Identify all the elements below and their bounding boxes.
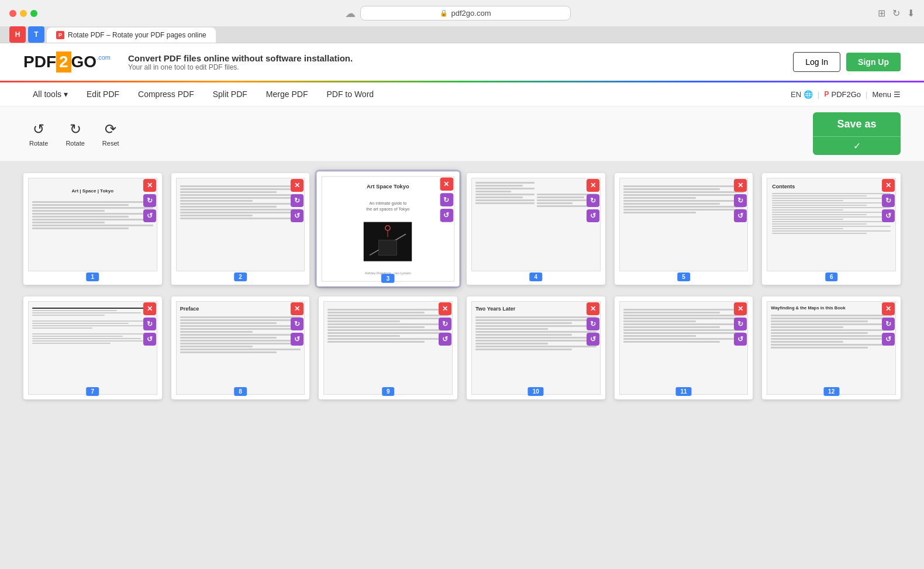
pdf-page-10: ✕ ↻ ↺ Two Years Later — [467, 296, 605, 399]
page-4-delete[interactable]: ✕ — [587, 179, 599, 192]
page-3-rotate-cw[interactable]: ↻ — [440, 193, 454, 206]
page-10-rotate-ccw[interactable]: ↺ — [587, 333, 599, 346]
page-9-number: 9 — [382, 387, 395, 396]
page-11-rotate-cw[interactable]: ↻ — [734, 318, 747, 330]
cloud-icon: ☁ — [345, 7, 356, 20]
page-12-delete[interactable]: ✕ — [882, 302, 895, 315]
pinned-tab-h[interactable]: H — [9, 26, 26, 43]
pinned-tab-t[interactable]: T — [28, 26, 44, 43]
page-12-rotate-ccw[interactable]: ↺ — [882, 333, 895, 346]
page-1-number: 1 — [87, 273, 99, 281]
page-9-delete[interactable]: ✕ — [439, 302, 451, 315]
page-7-controls: ✕ ↻ ↺ — [143, 302, 156, 346]
language-selector[interactable]: EN 🌐 — [791, 90, 813, 99]
page-4-thumbnail — [471, 178, 601, 271]
page-1-delete[interactable]: ✕ — [143, 179, 156, 192]
minimize-button[interactable] — [20, 10, 27, 17]
tagline-sub: Your all in one tool to edit PDF files. — [128, 63, 793, 71]
pdf2go-nav-brand[interactable]: P PDF2Go — [824, 90, 861, 99]
page-5-rotate-ccw[interactable]: ↺ — [734, 209, 747, 222]
page-7-rotate-cw[interactable]: ↻ — [143, 318, 156, 330]
page-8-rotate-cw[interactable]: ↻ — [291, 318, 304, 330]
page-5-delete[interactable]: ✕ — [734, 179, 747, 192]
tagline-main: Convert PDF files online without softwar… — [128, 53, 793, 63]
pdf-page-1: ✕ ↻ ↺ Art | Space | Tokyo — [23, 173, 162, 285]
close-button[interactable] — [9, 10, 16, 17]
rotate-left-label: Rotate — [29, 140, 48, 147]
refresh-icon[interactable]: ↻ — [892, 8, 900, 19]
reset-button[interactable]: ⟳ Reset — [96, 118, 125, 150]
rotate-right-button[interactable]: ↻ Rotate — [60, 118, 90, 150]
page-3-number: 3 — [382, 274, 395, 282]
browser-controls: ⊞ ↻ ⬇ — [878, 8, 915, 19]
page-1-controls: ✕ ↻ ↺ — [143, 179, 156, 222]
page-10-delete[interactable]: ✕ — [587, 302, 599, 315]
page-8-delete[interactable]: ✕ — [291, 302, 304, 315]
page-3-thumbnail: Art Space Tokyo An intimate guide tothe … — [322, 176, 454, 281]
nav-edit-pdf[interactable]: Edit PDF — [77, 82, 129, 106]
tagline: Convert PDF files online without softwar… — [128, 53, 793, 71]
page-2-delete[interactable]: ✕ — [291, 179, 304, 192]
page-10-controls: ✕ ↻ ↺ — [587, 302, 599, 346]
top-navigation: PDF 2 GO .com Convert PDF files online w… — [0, 43, 924, 82]
nav-merge-pdf[interactable]: Merge PDF — [257, 82, 318, 106]
page-10-rotate-cw[interactable]: ↻ — [587, 318, 599, 330]
page-2-rotate-cw[interactable]: ↻ — [291, 194, 304, 207]
page-7-thumbnail — [28, 301, 157, 395]
nav-right: EN 🌐 | P PDF2Go | Menu ☰ — [791, 90, 901, 99]
tab-title: Rotate PDF – Rotate your PDF pages onlin… — [68, 31, 206, 39]
page-7-delete[interactable]: ✕ — [143, 302, 156, 315]
svg-rect-2 — [379, 240, 397, 256]
address-bar-area: ☁ 🔒 pdf2go.com — [44, 6, 871, 20]
page-9-rotate-ccw[interactable]: ↺ — [439, 333, 451, 346]
page-7-number: 7 — [87, 387, 99, 396]
download-icon[interactable]: ⬇ — [907, 8, 915, 19]
nav-all-tools[interactable]: All tools ▾ — [23, 82, 77, 106]
logo-2: 2 — [56, 51, 71, 73]
page-1-rotate-cw[interactable]: ↻ — [143, 194, 156, 207]
page-4-controls: ✕ ↻ ↺ — [587, 179, 599, 222]
lock-icon: 🔒 — [440, 9, 448, 17]
page-5-controls: ✕ ↻ ↺ — [734, 179, 747, 222]
nav-split-pdf[interactable]: Split PDF — [204, 82, 257, 106]
cast-icon: ⊞ — [878, 8, 885, 19]
page-1-rotate-ccw[interactable]: ↺ — [143, 209, 156, 222]
page-11-rotate-ccw[interactable]: ↺ — [734, 333, 747, 346]
page-6-rotate-ccw[interactable]: ↺ — [882, 209, 895, 222]
pages-row-2: ✕ ↻ ↺ — [23, 296, 901, 399]
page-4-rotate-cw[interactable]: ↻ — [587, 194, 599, 207]
page-6-delete[interactable]: ✕ — [882, 179, 895, 192]
signup-button[interactable]: Sign Up — [846, 53, 901, 71]
save-as-label: Save as — [813, 112, 901, 137]
pdf-page-9: ✕ ↻ ↺ — [319, 296, 457, 399]
menu-label: Menu — [872, 90, 891, 99]
page-6-rotate-cw[interactable]: ↻ — [882, 194, 895, 207]
url-bar[interactable]: 🔒 pdf2go.com — [360, 6, 571, 20]
menu-nav[interactable]: Menu ☰ — [872, 90, 901, 99]
page-5-rotate-cw[interactable]: ↻ — [734, 194, 747, 207]
page-8-rotate-ccw[interactable]: ↺ — [291, 333, 304, 346]
tab-bar: H T P Rotate PDF – Rotate your PDF pages… — [0, 26, 924, 43]
rotate-right-label: Rotate — [65, 140, 84, 147]
logo-com: .com — [96, 54, 111, 61]
rotate-left-button[interactable]: ↺ Rotate — [23, 118, 54, 150]
page-12-rotate-cw[interactable]: ↻ — [882, 318, 895, 330]
nav-compress-pdf[interactable]: Compress PDF — [129, 82, 204, 106]
page-9-rotate-cw[interactable]: ↻ — [439, 318, 451, 330]
page-3-rotate-ccw[interactable]: ↺ — [440, 209, 454, 222]
maximize-button[interactable] — [30, 10, 37, 17]
active-tab[interactable]: P Rotate PDF – Rotate your PDF pages onl… — [47, 27, 216, 43]
nav-divider: | — [818, 90, 819, 99]
logo[interactable]: PDF 2 GO .com — [23, 51, 111, 73]
page-4-rotate-ccw[interactable]: ↺ — [587, 209, 599, 222]
url-text: pdf2go.com — [451, 9, 491, 18]
page-2-rotate-ccw[interactable]: ↺ — [291, 209, 304, 222]
nav-pdf-to-word[interactable]: PDF to Word — [317, 82, 383, 106]
page-3-delete[interactable]: ✕ — [440, 177, 454, 191]
page-7-rotate-ccw[interactable]: ↺ — [143, 333, 156, 346]
save-as-button[interactable]: Save as ✓ — [813, 112, 901, 155]
browser-chrome: ☁ 🔒 pdf2go.com ⊞ ↻ ⬇ H T P Rotate PDF – … — [0, 0, 924, 43]
page-11-delete[interactable]: ✕ — [734, 302, 747, 315]
pdf-page-5: ✕ ↻ ↺ — [615, 173, 753, 285]
login-button[interactable]: Log In — [793, 52, 840, 72]
